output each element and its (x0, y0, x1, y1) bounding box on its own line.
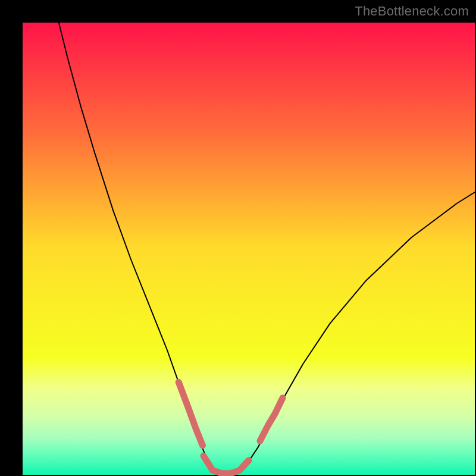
chart-container: TheBottleneck.com (0, 0, 476, 476)
plot-background (23, 23, 475, 475)
chart-svg (0, 0, 476, 476)
watermark-text: TheBottleneck.com (355, 4, 469, 19)
